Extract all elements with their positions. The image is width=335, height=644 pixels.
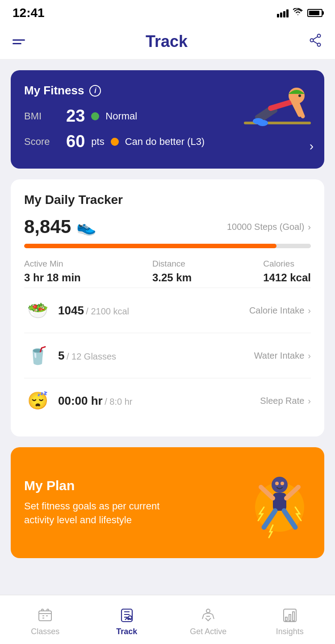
- track-label: Track: [116, 627, 137, 636]
- svg-line-4: [313, 41, 318, 43]
- svg-rect-31: [285, 617, 287, 621]
- menu-button[interactable]: [13, 39, 25, 44]
- bmi-value: 23: [66, 106, 85, 126]
- plan-illustration: [230, 462, 311, 543]
- active-min-metric: Active Min 3 hr 18 min: [24, 259, 81, 284]
- svg-point-26: [47, 609, 49, 611]
- calorie-intake-row[interactable]: 🥗 1045 / 2100 kcal Calorie Intake ›: [24, 288, 311, 333]
- calorie-icon: 🥗: [24, 297, 51, 324]
- calories-metric: Calories 1412 kcal: [263, 259, 311, 284]
- active-min-label: Active Min: [24, 259, 81, 269]
- plan-card[interactable]: My Plan Set fitness goals as per current…: [11, 447, 324, 558]
- classes-label: Classes: [31, 627, 59, 636]
- water-icon: 🥤: [24, 342, 51, 369]
- info-icon[interactable]: i: [89, 85, 101, 97]
- svg-rect-33: [293, 612, 294, 621]
- bmi-status-dot: [91, 112, 99, 120]
- distance-label: Distance: [152, 259, 192, 269]
- main-content: My Fitness i BMI 23 Normal Score 60 pts …: [0, 59, 335, 633]
- water-intake-row[interactable]: 🥤 5 / 12 Glasses Water Intake ›: [24, 333, 311, 378]
- steps-goal-text: 10000 Steps (Goal): [227, 222, 304, 232]
- distance-metric: Distance 3.25 km: [152, 259, 192, 284]
- get-active-icon: [199, 606, 217, 624]
- share-button[interactable]: [308, 33, 322, 51]
- tracker-title: My Daily Tracker: [24, 193, 311, 207]
- svg-point-14: [257, 120, 268, 126]
- bmi-status: Normal: [105, 110, 137, 122]
- classes-icon: [36, 606, 54, 624]
- calorie-intake-left: 🥗 1045 / 2100 kcal: [24, 297, 129, 324]
- score-pts: pts: [91, 136, 104, 148]
- tracker-card: My Daily Tracker 8,845 👟 10000 Steps (Go…: [11, 179, 324, 436]
- svg-line-3: [313, 37, 318, 39]
- status-time: 12:41: [13, 6, 45, 20]
- active-min-value: 3 hr 18 min: [24, 271, 81, 284]
- score-status-dot: [111, 138, 119, 146]
- svg-point-22: [275, 482, 279, 485]
- steps-goal[interactable]: 10000 Steps (Goal) ›: [227, 222, 311, 232]
- signal-icon: [277, 8, 289, 17]
- svg-point-29: [206, 609, 210, 613]
- distance-value: 3.25 km: [152, 271, 192, 284]
- status-icons: [277, 8, 322, 18]
- plan-text: My Plan Set fitness goals as per current…: [24, 478, 230, 527]
- steps-icon: 👟: [76, 217, 96, 236]
- nav-item-classes[interactable]: Classes: [4, 603, 86, 636]
- steps-row: 8,845 👟 10000 Steps (Goal) ›: [24, 216, 311, 237]
- svg-point-12: [298, 94, 301, 97]
- steps-progress-bar: [24, 244, 311, 248]
- calorie-current: 1045: [58, 304, 84, 317]
- battery-icon: [307, 9, 322, 17]
- sleep-chevron: ›: [308, 396, 311, 406]
- steps-count: 8,845 👟: [24, 216, 96, 237]
- sleep-rate-right: Sleep Rate ›: [260, 396, 311, 406]
- nav-item-get-active[interactable]: Get Active: [168, 603, 249, 636]
- header: Track: [0, 24, 335, 59]
- svg-line-8: [271, 102, 293, 108]
- water-intake-right: Water Intake ›: [254, 351, 311, 361]
- fitness-card-title: My Fitness: [24, 84, 84, 97]
- svg-rect-32: [289, 614, 291, 621]
- score-label: Score: [24, 136, 60, 148]
- water-current: 5: [58, 349, 64, 362]
- fitness-card-chevron[interactable]: ›: [310, 139, 314, 153]
- calorie-chevron: ›: [308, 305, 311, 316]
- water-intake-left: 🥤 5 / 12 Glasses: [24, 342, 116, 369]
- track-icon: [118, 606, 136, 624]
- nav-item-track[interactable]: Track: [86, 603, 168, 636]
- fitness-card: My Fitness i BMI 23 Normal Score 60 pts …: [11, 70, 324, 169]
- water-chevron: ›: [308, 351, 311, 361]
- sleep-values: 00:00 hr / 8:0 hr: [58, 394, 132, 408]
- svg-point-0: [317, 34, 320, 37]
- get-active-label: Get Active: [190, 627, 226, 636]
- page-title: Track: [146, 32, 188, 51]
- sleep-rate-row[interactable]: 😴 00:00 hr / 8:0 hr Sleep Rate ›: [24, 378, 311, 423]
- insights-label: Insights: [276, 627, 304, 636]
- svg-point-25: [42, 609, 43, 611]
- svg-rect-24: [39, 611, 51, 621]
- plan-title: My Plan: [24, 478, 230, 493]
- sleep-current: 00:00 hr: [58, 394, 103, 407]
- water-goal: / 12 Glasses: [67, 352, 116, 361]
- score-status: Can do better (L3): [125, 136, 205, 148]
- calories-label: Calories: [263, 259, 311, 269]
- bmi-label: BMI: [24, 110, 60, 122]
- svg-point-1: [310, 38, 313, 42]
- fitness-illustration: [230, 77, 320, 137]
- steps-goal-chevron: ›: [308, 222, 311, 232]
- score-value: 60: [66, 132, 85, 151]
- water-values: 5 / 12 Glasses: [58, 349, 116, 363]
- insights-icon: [281, 606, 299, 624]
- plan-description: Set fitness goals as per current activit…: [24, 500, 167, 527]
- svg-rect-17: [273, 493, 286, 511]
- calorie-goal: / 2100 kcal: [86, 306, 129, 316]
- calories-value: 1412 kcal: [263, 271, 311, 284]
- sleep-icon: 😴: [24, 387, 51, 414]
- wifi-icon: [293, 8, 303, 18]
- steps-progress-fill: [24, 244, 276, 248]
- calorie-values: 1045 / 2100 kcal: [58, 304, 129, 318]
- metrics-row: Active Min 3 hr 18 min Distance 3.25 km …: [24, 259, 311, 284]
- nav-item-insights[interactable]: Insights: [249, 603, 331, 636]
- sleep-goal: / 8:0 hr: [105, 397, 132, 407]
- svg-point-23: [281, 482, 284, 485]
